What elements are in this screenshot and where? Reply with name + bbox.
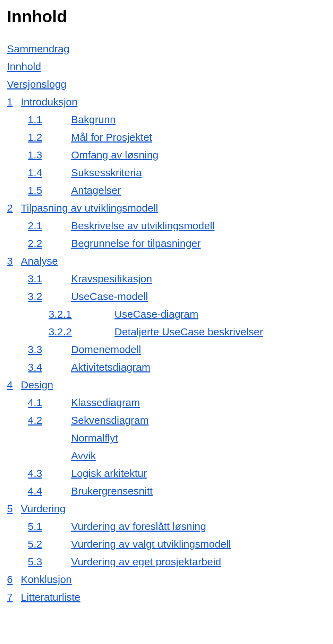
toc-num-2-2[interactable]: 2.2 xyxy=(28,234,71,252)
toc-container: Sammendrag Innhold Versjonslogg 1 Introd… xyxy=(7,40,326,606)
toc-link-avvik[interactable]: Avvik xyxy=(71,447,96,464)
toc-num-7[interactable]: 7 xyxy=(7,588,21,606)
toc-num-4-3[interactable]: 4.3 xyxy=(28,464,71,482)
toc-num-3[interactable]: 3 xyxy=(7,252,21,270)
toc-num-4-4[interactable]: 4.4 xyxy=(28,482,71,500)
toc-num-3-2[interactable]: 3.2 xyxy=(28,287,71,305)
toc-link-domenemodell[interactable]: Domenemodell xyxy=(71,341,141,358)
toc-link-konklusjon[interactable]: Konklusjon xyxy=(21,570,72,588)
toc-link-klassediagram[interactable]: Klassediagram xyxy=(71,394,140,411)
toc-num-2[interactable]: 2 xyxy=(7,199,21,217)
toc-num-1-5[interactable]: 1.5 xyxy=(28,181,71,199)
toc-link-normalflyt[interactable]: Normalflyt xyxy=(71,429,118,447)
toc-link-antagelser[interactable]: Antagelser xyxy=(71,181,121,199)
toc-num-3-2-2[interactable]: 3.2.2 xyxy=(49,323,114,341)
toc-num-4-2[interactable]: 4.2 xyxy=(28,411,71,429)
toc-num-1-1[interactable]: 1.1 xyxy=(28,111,71,128)
toc-link-vurdering-av-foreslatt-losning[interactable]: Vurdering av foreslått løsning xyxy=(71,517,206,535)
toc-num-2-1[interactable]: 2.1 xyxy=(28,217,71,234)
toc-num-5-1[interactable]: 5.1 xyxy=(28,517,71,535)
toc-link-design[interactable]: Design xyxy=(21,376,53,394)
toc-num-5[interactable]: 5 xyxy=(7,500,21,517)
toc-num-4[interactable]: 4 xyxy=(7,376,21,394)
toc-link-beskrivelse-av-utviklingsmodell[interactable]: Beskrivelse av utviklingsmodell xyxy=(71,217,215,234)
toc-num-6[interactable]: 6 xyxy=(7,570,21,588)
toc-num-3-2-1[interactable]: 3.2.1 xyxy=(49,305,114,323)
toc-num-1-2[interactable]: 1.2 xyxy=(28,128,71,146)
page-title: Innhold xyxy=(7,7,326,26)
toc-link-tilpasning-av-utviklingsmodell[interactable]: Tilpasning av utviklingsmodell xyxy=(21,199,158,217)
toc-num-3-3[interactable]: 3.3 xyxy=(28,341,71,358)
toc-num-1-3[interactable]: 1.3 xyxy=(28,146,71,164)
toc-num-5-3[interactable]: 5.3 xyxy=(28,553,71,570)
toc-link-suksesskriteria[interactable]: Suksesskriteria xyxy=(71,164,142,181)
toc-link-innhold[interactable]: Innhold xyxy=(7,58,41,75)
toc-link-usecase-diagram[interactable]: UseCase-diagram xyxy=(114,305,198,323)
toc-link-usecase-modell[interactable]: UseCase-modell xyxy=(71,287,148,305)
toc-num-5-2[interactable]: 5.2 xyxy=(28,535,71,553)
toc-link-litteraturliste[interactable]: Litteraturliste xyxy=(21,588,80,606)
toc-num-3-4[interactable]: 3.4 xyxy=(28,358,71,376)
toc-link-sekvensdiagram[interactable]: Sekvensdiagram xyxy=(71,411,148,429)
toc-link-logisk-arkitektur[interactable]: Logisk arkitektur xyxy=(71,464,147,482)
toc-link-detaljerte-usecase-beskrivelser[interactable]: Detaljerte UseCase beskrivelser xyxy=(114,323,263,341)
toc-link-kravspesifikasjon[interactable]: Kravspesifikasjon xyxy=(71,270,152,287)
toc-num-1[interactable]: 1 xyxy=(7,93,21,111)
toc-num-4-1[interactable]: 4.1 xyxy=(28,394,71,411)
toc-num-1-4[interactable]: 1.4 xyxy=(28,164,71,181)
toc-link-sammendrag[interactable]: Sammendrag xyxy=(7,40,69,58)
toc-link-vurdering[interactable]: Vurdering xyxy=(21,500,66,517)
toc-link-begrunnelse-for-tilpasninger[interactable]: Begrunnelse for tilpasninger xyxy=(71,234,201,252)
toc-link-introduksjon[interactable]: Introduksjon xyxy=(21,93,77,111)
toc-link-aktivitetsdiagram[interactable]: Aktivitetsdiagram xyxy=(71,358,150,376)
toc-link-versjonslogg[interactable]: Versjonslogg xyxy=(7,75,67,93)
toc-link-brukergrensesnitt[interactable]: Brukergrensesnitt xyxy=(71,482,153,500)
toc-num-3-1[interactable]: 3.1 xyxy=(28,270,71,287)
toc-link-bakgrunn[interactable]: Bakgrunn xyxy=(71,111,116,128)
toc-link-vurdering-av-valgt-utviklingsmodell[interactable]: Vurdering av valgt utviklingsmodell xyxy=(71,535,231,553)
toc-link-analyse[interactable]: Analyse xyxy=(21,252,58,270)
toc-link-vurdering-av-eget-prosjektarbeid[interactable]: Vurdering av eget prosjektarbeid xyxy=(71,553,221,570)
toc-link-omfang-av-losning[interactable]: Omfang av løsning xyxy=(71,146,159,164)
toc-link-mal-for-prosjektet[interactable]: Mål for Prosjektet xyxy=(71,128,152,146)
